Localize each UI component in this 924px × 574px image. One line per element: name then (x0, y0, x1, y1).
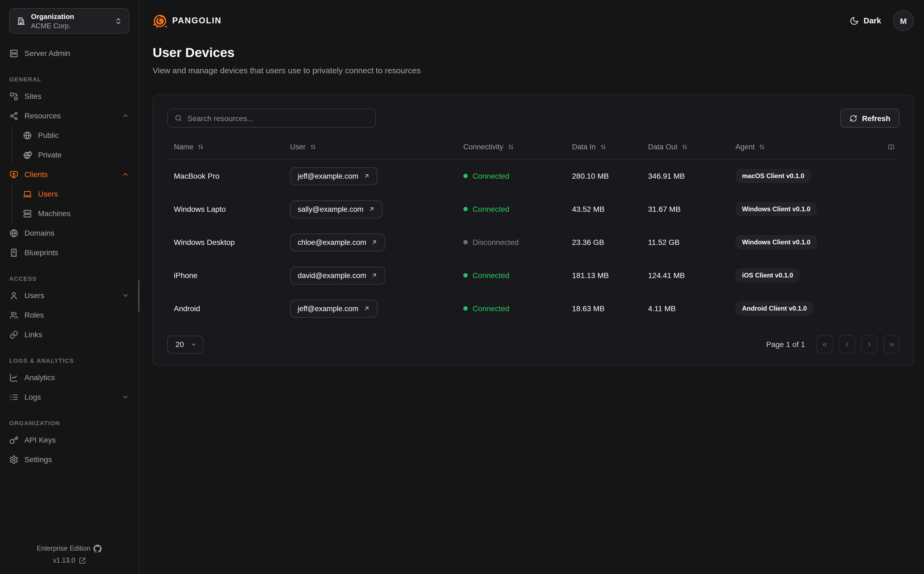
agent-sort[interactable]: Agent (735, 142, 766, 151)
agent-badge: macOS Client v0.1.0 (735, 169, 811, 183)
status-dot (464, 273, 468, 278)
sidebar-nav: Server Admin GENERAL Sites Resources (0, 34, 139, 542)
column-header-user[interactable]: User (290, 142, 464, 151)
sidebar-item-users[interactable]: Users (9, 285, 129, 305)
section-organization: ORGANIZATION (9, 415, 129, 430)
sidebar-item-label: Blueprints (24, 248, 58, 257)
brand-name: PANGOLIN (172, 16, 222, 25)
sidebar-footer: Enterprise Edition v1.13.0 (0, 542, 139, 566)
theme-toggle[interactable]: Dark (850, 16, 881, 25)
user-link[interactable]: david@example.com (290, 266, 385, 284)
sidebar-item-client-users[interactable]: Users (23, 184, 129, 203)
prev-page-button[interactable] (839, 335, 855, 353)
search-input[interactable] (188, 114, 369, 123)
globe-icon (23, 131, 32, 140)
last-page-button[interactable] (883, 335, 900, 353)
globe-icon (9, 229, 19, 238)
avatar-initial: M (900, 16, 907, 25)
resources-icon (9, 111, 19, 120)
sidebar-item-private[interactable]: Private (23, 145, 129, 164)
sort-icon (599, 143, 607, 150)
table-row: Windows Lapto sally@example.com Connecte… (167, 193, 900, 226)
first-page-button[interactable] (817, 335, 833, 353)
avatar[interactable]: M (893, 10, 914, 31)
table-footer: 20 Page 1 of 1 (167, 335, 900, 353)
status-dot (464, 207, 468, 211)
sidebar-item-analytics[interactable]: Analytics (9, 367, 129, 387)
org-switcher[interactable]: Organization ACME Corp. (9, 8, 129, 34)
sites-icon (9, 91, 19, 101)
refresh-button[interactable]: Refresh (840, 109, 900, 128)
sidebar-item-roles[interactable]: Roles (9, 305, 129, 325)
user-icon (9, 291, 19, 300)
sidebar-item-links[interactable]: Links (9, 325, 129, 344)
user-link[interactable]: jeff@example.com (290, 167, 377, 185)
data-in-value: 181.13 MB (572, 271, 648, 280)
sidebar: Organization ACME Corp. Server Admin GEN… (0, 0, 139, 574)
next-page-button[interactable] (861, 335, 877, 353)
laptop-icon (23, 189, 32, 199)
sidebar-item-label: Resources (24, 111, 61, 120)
sidebar-item-label: Public (38, 131, 59, 140)
status-dot (464, 240, 468, 244)
connectivity-status: Connected (464, 205, 572, 213)
clients-sub-list: Users Machines (11, 184, 129, 223)
page-title: User Devices (153, 44, 910, 61)
sidebar-item-label: Private (38, 150, 61, 159)
page-size-select[interactable]: 20 (167, 335, 203, 353)
sidebar-item-machines[interactable]: Machines (23, 203, 129, 223)
building-icon (16, 16, 25, 25)
user-link[interactable]: chloe@example.com (290, 233, 385, 251)
key-icon (9, 435, 19, 445)
search-box (167, 109, 376, 128)
user-link[interactable]: sally@example.com (290, 200, 382, 218)
arrow-up-right-icon (371, 272, 378, 279)
connectivity-status: Disconnected (464, 238, 572, 246)
sidebar-item-label: Users (24, 291, 44, 300)
table-row: iPhone david@example.com Connected 181.1… (167, 259, 900, 292)
column-header-connectivity[interactable]: Connectivity (464, 142, 572, 151)
sidebar-item-label: Machines (38, 209, 71, 218)
page-head: User Devices View and manage devices tha… (139, 41, 924, 76)
monitor-up-icon (9, 170, 19, 179)
sidebar-item-clients[interactable]: Clients (9, 164, 129, 184)
pangolin-logo-icon (153, 13, 167, 28)
chevron-up-icon (122, 170, 129, 178)
chevrons-left-icon (821, 341, 828, 348)
agent-badge: Android Client v0.1.0 (735, 301, 814, 315)
search-icon (174, 114, 183, 122)
columns-toggle-icon[interactable] (888, 143, 895, 150)
github-icon[interactable] (94, 544, 102, 552)
server-icon (23, 209, 32, 218)
version-link[interactable]: v1.13.0 (0, 555, 139, 566)
column-header-data-in[interactable]: Data In (572, 142, 648, 151)
sidebar-item-sites[interactable]: Sites (9, 86, 129, 106)
column-header-data-out[interactable]: Data Out (648, 142, 735, 151)
data-out-value: 11.52 GB (648, 238, 735, 246)
sidebar-item-label: Server Admin (24, 49, 70, 58)
column-header-name[interactable]: Name (174, 142, 290, 151)
chevron-right-icon (866, 341, 873, 348)
sidebar-item-server-admin[interactable]: Server Admin (9, 43, 129, 63)
sidebar-item-blueprints[interactable]: Blueprints (9, 243, 129, 262)
status-dot (464, 174, 468, 178)
sidebar-scrollbar-thumb[interactable] (138, 280, 140, 312)
sidebar-item-api-keys[interactable]: API Keys (9, 430, 129, 449)
sidebar-item-domains[interactable]: Domains (9, 223, 129, 243)
sidebar-item-settings[interactable]: Settings (9, 449, 129, 469)
table-row: Windows Desktop chloe@example.com Discon… (167, 226, 900, 259)
data-out-value: 124.41 MB (648, 271, 735, 280)
page-size-value: 20 (175, 340, 184, 348)
sidebar-item-resources[interactable]: Resources (9, 106, 129, 125)
sidebar-item-logs[interactable]: Logs (9, 387, 129, 407)
sidebar-item-label: Logs (24, 393, 41, 401)
connectivity-status: Connected (464, 172, 572, 180)
card-toolbar: Refresh (167, 109, 900, 128)
user-link[interactable]: jeff@example.com (290, 300, 377, 317)
device-name: Windows Desktop (174, 238, 290, 246)
globe-lock-icon (23, 150, 32, 159)
arrow-up-right-icon (363, 305, 370, 312)
sidebar-item-public[interactable]: Public (23, 125, 129, 145)
server-icon (9, 49, 19, 58)
page-subtitle: View and manage devices that users use t… (153, 65, 910, 76)
